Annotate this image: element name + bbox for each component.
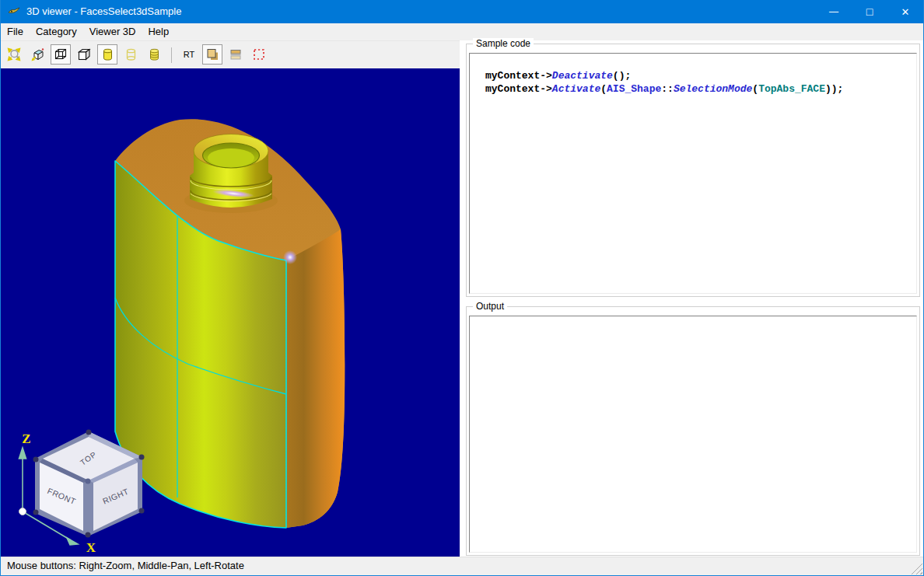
shaded-box-icon [76,47,92,62]
corner-specular [283,250,297,264]
axonometric-view-button[interactable] [27,44,47,65]
output-label: Output [473,301,507,312]
fit-all-button[interactable] [4,44,24,65]
hlr-cylinder-icon [146,47,162,62]
code-token: Deactivate [552,70,613,82]
menu-category[interactable]: Category [30,23,83,38]
shaded-cylinder-button[interactable] [97,44,117,65]
code-token: :: [661,83,674,95]
axis-label-x: X [86,540,96,555]
status-text: Mouse buttons: Right-Zoom, Middle-Pan, L… [7,560,244,571]
ray-trace-label: RT [184,50,194,59]
titlebar[interactable]: 3D viewer - FacesSelect3dSample — □ ✕ [1,0,923,23]
wireframe-cylinder-button[interactable] [121,44,141,65]
code-token: myContext-> [485,70,552,82]
axo-cube-icon [30,47,45,62]
maximize-button[interactable]: □ [852,0,887,23]
menu-viewer-3d[interactable]: Viewer 3D [83,23,142,38]
menu-help[interactable]: Help [142,23,175,38]
code-token: myContext-> [485,83,552,95]
code-token: ( [752,83,758,95]
wireframe-box-button[interactable] [51,44,71,65]
output-group: Output [466,306,920,556]
viewport-3d[interactable]: Z X TOP FRONT RIGHT [1,68,460,557]
bottle-scene: Z X TOP FRONT RIGHT [1,68,460,557]
output-area[interactable] [469,316,917,553]
code-token: AIS_Shape [607,83,661,95]
sample-code-area[interactable]: myContext->Deactivate();myContext->Activ… [469,53,917,294]
sample-code-group: Sample code myContext->Deactivate();myCo… [466,44,920,297]
code-token: SelectionMode [674,83,752,95]
minimize-button[interactable]: — [816,0,852,23]
shading-mode-button[interactable] [202,44,222,65]
axis-label-z: Z [22,431,30,446]
layers-button[interactable] [226,44,246,65]
selection-rect-button[interactable] [249,44,269,65]
fit-all-icon [6,47,22,62]
shaded-box-button[interactable] [74,44,94,65]
app-icon [8,5,21,18]
wireframe-cylinder-icon [123,47,138,62]
code-line: myContext->Deactivate(); [485,69,913,82]
code-token: TopAbs_FACE [758,83,825,95]
bottle-right-face [286,229,345,528]
selection-rect-icon [251,47,267,62]
resize-grip[interactable] [911,563,922,574]
wireframe-box-icon [53,47,68,62]
bottle-model [115,119,345,528]
stacked-bars-icon [228,47,243,62]
code-line: myContext->Activate(AIS_Shape::Selection… [485,82,913,96]
shading-quad-icon [205,47,220,62]
window-title: 3D viewer - FacesSelect3dSample [26,0,181,23]
toolbar: RT [1,40,460,68]
right-pane: Sample code myContext->Deactivate();myCo… [460,40,923,557]
code-token: )); [825,83,843,95]
neck-hole-inner [208,148,254,167]
ray-trace-button[interactable]: RT [179,44,199,65]
code-token: (); [613,70,631,82]
shaded-cylinder-icon [100,47,115,62]
sample-code-label: Sample code [473,38,534,49]
statusbar: Mouse buttons: Right-Zoom, Middle-Pan, L… [1,557,923,575]
hlr-cylinder-button[interactable] [144,44,164,65]
menubar: FileCategoryViewer 3DHelp [1,23,923,40]
code-token: Activate [552,83,600,95]
close-button[interactable]: ✕ [887,0,923,23]
toolbar-separator [171,47,172,63]
app-window: 3D viewer - FacesSelect3dSample — □ ✕ Fi… [0,0,924,576]
code-token: ( [600,83,607,95]
menu-file[interactable]: File [1,23,30,38]
